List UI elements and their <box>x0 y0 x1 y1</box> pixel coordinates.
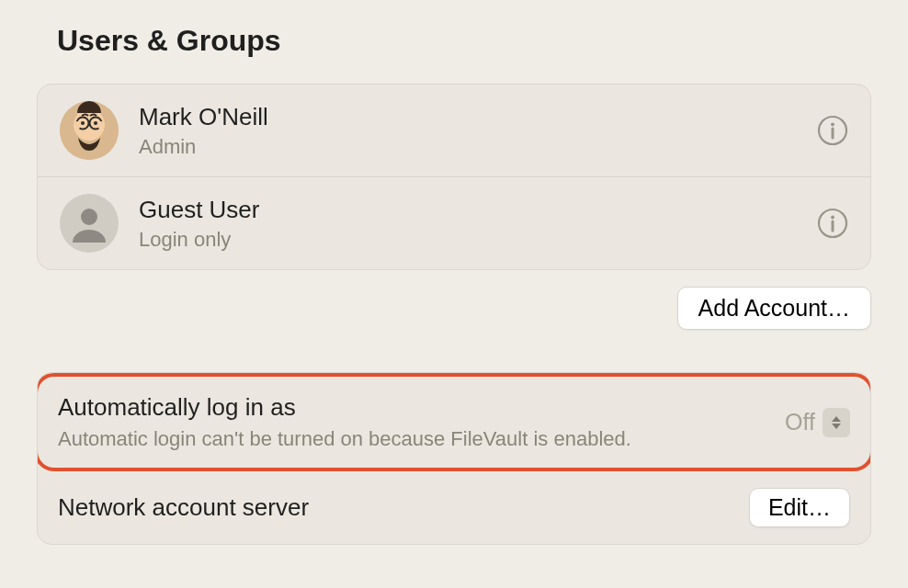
add-account-button[interactable]: Add Account… <box>677 287 871 330</box>
page-title: Users & Groups <box>57 24 871 58</box>
chevrons-up-down-icon <box>823 408 850 437</box>
person-icon <box>70 204 108 243</box>
edit-button[interactable]: Edit… <box>749 488 850 527</box>
users-panel: Mark O'Neill Admin Guest User Lo <box>37 84 871 270</box>
auto-login-subtext: Automatic login can't be turned on becau… <box>58 427 770 451</box>
network-server-label: Network account server <box>58 493 734 522</box>
svg-point-9 <box>98 121 104 130</box>
auto-login-label: Automatically log in as <box>58 393 770 422</box>
svg-point-6 <box>81 121 85 125</box>
info-icon <box>817 208 848 239</box>
auto-login-value: Off <box>785 409 815 435</box>
highlight-annotation: Automatically log in as Automatic login … <box>37 373 871 471</box>
memoji-icon <box>60 101 119 160</box>
user-role: Login only <box>139 228 797 252</box>
svg-point-11 <box>831 123 834 127</box>
user-name: Guest User <box>139 196 797 224</box>
settings-panel: Automatically log in as Automatic login … <box>37 372 871 545</box>
svg-point-7 <box>94 121 97 125</box>
setting-row-network-server: Network account server Edit… <box>38 471 870 544</box>
user-text: Guest User Login only <box>139 196 797 252</box>
user-row-mark[interactable]: Mark O'Neill Admin <box>38 85 870 176</box>
info-button[interactable] <box>817 115 848 146</box>
info-button[interactable] <box>817 208 848 239</box>
user-role: Admin <box>139 135 797 159</box>
auto-login-select[interactable]: Off <box>785 408 850 437</box>
avatar <box>60 194 119 253</box>
user-row-guest[interactable]: Guest User Login only <box>38 176 870 269</box>
info-icon <box>817 115 848 146</box>
avatar <box>60 101 119 160</box>
user-name: Mark O'Neill <box>139 103 797 131</box>
user-text: Mark O'Neill Admin <box>139 103 797 159</box>
svg-point-13 <box>81 209 97 225</box>
svg-point-8 <box>74 121 80 130</box>
svg-point-15 <box>831 216 834 220</box>
setting-row-auto-login: Automatically log in as Automatic login … <box>38 377 870 468</box>
